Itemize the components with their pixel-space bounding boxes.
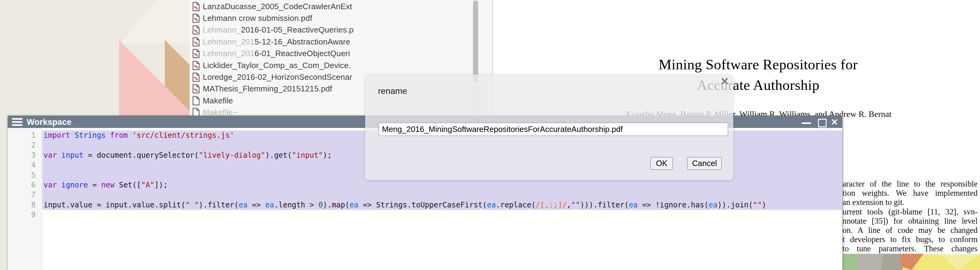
code-line: var ignore = new Set(["A"]); — [44, 180, 842, 190]
pdf-file-icon — [192, 2, 200, 11]
paper-text-line: aracter of the line to the responsible — [843, 179, 978, 188]
line-number: 7 — [8, 190, 36, 200]
line-number: 6 — [8, 180, 36, 190]
wallpaper-yellow-highlight — [924, 254, 980, 270]
file-name: Lehmann crow submission.pdf — [203, 14, 312, 23]
filename-input[interactable] — [379, 123, 728, 136]
pdf-file-icon — [192, 72, 200, 82]
paper-text-line: an extension to git. — [843, 198, 978, 207]
pdf-file-icon — [192, 61, 200, 70]
scrollbar-thumb[interactable] — [473, 1, 478, 83]
paper-body-column: aracter of the line to the responsibleti… — [843, 179, 978, 253]
file-name: Lehmann_2015-12-16_AbstractionAware — [203, 37, 350, 47]
file-item[interactable]: Lehmann_2015-12-16_AbstractionAware — [192, 36, 471, 48]
paper-title-line1: Mining Software Repositories for — [493, 56, 980, 73]
file-item[interactable]: Licklider_Taylor_Comp_as_Com_Device. — [192, 60, 471, 71]
editor-gutter: 123456789 — [8, 128, 42, 270]
wallpaper-polygon-strip — [843, 254, 980, 270]
dialog-title: rename — [378, 86, 407, 96]
code-line — [44, 190, 842, 200]
line-number: 5 — [8, 170, 36, 180]
line-number: 1 — [8, 130, 36, 140]
pdf-file-icon — [192, 84, 200, 94]
pdf-file-icon — [192, 37, 200, 47]
paper-text-line: on. A line of code may be changed — [843, 226, 978, 235]
pdf-file-icon — [192, 49, 200, 58]
file-name: Lehmann_2016-01_ReactiveObjectQueri — [203, 49, 350, 58]
file-name: Licklider_Taylor_Comp_as_Com_Device. — [203, 61, 351, 70]
window-title: Workspace — [27, 116, 72, 128]
paper-text-line: tion weights. We have implemented — [843, 188, 978, 198]
pdf-file-icon — [192, 25, 200, 35]
line-number: 9 — [8, 210, 36, 220]
line-number: 2 — [8, 140, 36, 150]
paper-text-line: to tune parameters. These changes — [843, 244, 978, 253]
line-number: 8 — [8, 200, 36, 210]
ok-button[interactable]: OK — [651, 157, 673, 170]
file-name: Makefile — [203, 96, 233, 106]
menu-icon[interactable] — [12, 118, 22, 126]
file-name: MAThesis_Flemming_20151215.pdf — [203, 84, 332, 94]
pdf-file-icon — [192, 14, 200, 23]
paper-text-line: t developers to fix bugs, to conform — [843, 235, 978, 244]
file-item[interactable]: LanzaDucasse_2005_CodeCrawlerAnExt — [192, 1, 471, 12]
wallpaper-light-facet — [101, 0, 190, 43]
wallpaper-gray-facet — [857, 254, 903, 270]
line-number: 4 — [8, 160, 36, 170]
wallpaper-green-facet — [843, 254, 857, 270]
paper-text-line: nnotate [35]) for obtaining line level — [843, 216, 978, 226]
file-name: Loredge_2016-02_HorizonSecondScenar — [203, 72, 352, 82]
file-item[interactable]: Lehmann_2016-01_ReactiveObjectQueri — [192, 48, 471, 60]
minimize-button[interactable] — [802, 116, 811, 128]
paper-text-line: urrent tools (git-blame [11, 32], svn- — [843, 207, 978, 216]
code-line: input.value = input.value.split(" ").fil… — [44, 200, 842, 210]
file-icon — [192, 96, 200, 106]
dialog-close-icon[interactable]: ✕ — [721, 75, 729, 87]
file-name: Lehmann_2016-01-05_ReactiveQueries.p — [203, 25, 353, 35]
rename-dialog: rename ✕ OK Cancel — [365, 75, 733, 180]
code-line — [44, 210, 842, 220]
cancel-button[interactable]: Cancel — [687, 157, 722, 170]
file-name: LanzaDucasse_2005_CodeCrawlerAnExt — [203, 2, 352, 11]
line-number: 3 — [8, 150, 36, 160]
file-item[interactable]: Lehmann_2016-01-05_ReactiveQueries.p — [192, 24, 471, 36]
wallpaper-salmon-facet — [900, 254, 924, 270]
desktop: { "colors": { "titlebar": "#6e7b8a", "se… — [0, 0, 980, 270]
maximize-button[interactable] — [818, 116, 826, 128]
file-item[interactable]: Lehmann crow submission.pdf — [192, 12, 471, 24]
close-button[interactable]: ✕ — [829, 116, 840, 128]
